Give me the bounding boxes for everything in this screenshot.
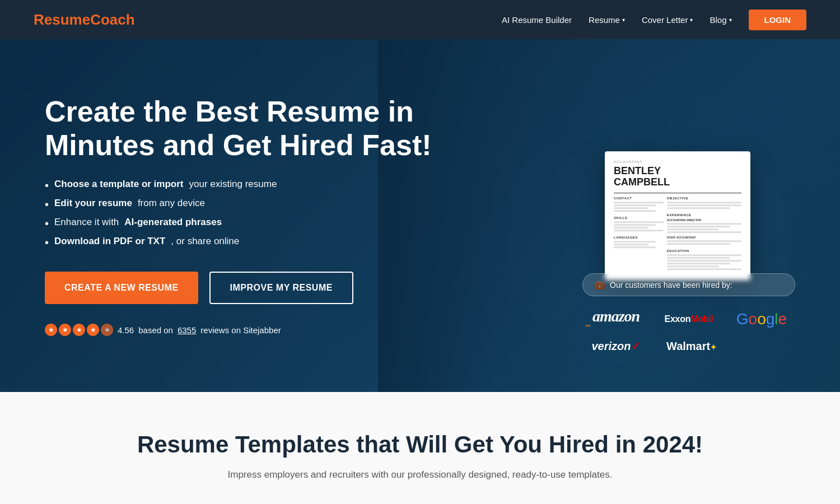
chevron-down-icon: ▾ <box>729 17 732 23</box>
hero-cta: CREATE A NEW RESUME IMPROVE MY RESUME <box>45 272 459 304</box>
hero-bullets: Choose a template or import your existin… <box>45 179 459 249</box>
hired-by-text: Our customers have been hired by: <box>610 281 732 290</box>
edu-line-3 <box>667 260 741 262</box>
chevron-down-icon: ▾ <box>690 17 693 23</box>
skill-line-2 <box>614 224 656 226</box>
templates-subtitle: Impress employers and recruiters with ou… <box>34 469 806 480</box>
contact-section: CONTACT <box>614 197 664 200</box>
languages-section: LANGUAGES <box>614 236 664 239</box>
obj-line-1 <box>667 202 741 203</box>
resume-grid: CONTACT SKILLS LANGUAGES <box>614 197 741 271</box>
hero-rating: ★ ★ ★ ★ ★ 4.56 based on 6355 reviews on … <box>45 324 459 336</box>
star-1: ★ <box>45 324 57 336</box>
skills-section: SKILLS <box>614 216 664 220</box>
star-4: ★ <box>87 324 99 336</box>
star-3: ★ <box>73 324 85 336</box>
chevron-down-icon: ▾ <box>622 17 625 23</box>
hero-title: Create the Best Resume in Minutes and Ge… <box>45 95 459 162</box>
edu-line-1 <box>667 254 741 256</box>
star-2: ★ <box>59 324 71 336</box>
skill-line-4 <box>614 230 664 231</box>
templates-title: Resume Templates that Will Get You Hired… <box>34 431 806 458</box>
nav-resume[interactable]: Resume ▾ <box>589 15 625 25</box>
bullet-2: Edit your resume from any device <box>45 198 459 211</box>
obj-line-3 <box>667 207 730 209</box>
bullet-3-bold: AI-generated phrases <box>124 217 222 228</box>
hired-by-section: 💼 Our customers have been hired by: amaz… <box>582 273 795 353</box>
contact-line-2 <box>614 204 656 206</box>
bullet-1-bold: Choose a template or import <box>54 179 183 190</box>
rating-text: reviews on Sitejabber <box>200 325 281 335</box>
skill-line-3 <box>614 227 648 228</box>
bullet-2-bold: Edit your resume <box>54 198 132 209</box>
exp-line-5 <box>667 240 741 242</box>
nav-blog[interactable]: Blog ▾ <box>710 15 731 25</box>
exp-line-6 <box>667 243 730 245</box>
rating-score: 4.56 <box>118 325 134 335</box>
bullet-3: Enhance it with AI-generated phrases <box>45 217 459 230</box>
resume-left-col: CONTACT SKILLS LANGUAGES <box>614 197 664 271</box>
star-rating: ★ ★ ★ ★ ★ <box>45 324 113 336</box>
walmart-logo: Walmart✦ <box>655 340 795 353</box>
experience-section: EXPERIENCE <box>667 213 741 217</box>
objective-section: OBJECTIVE <box>667 197 741 200</box>
briefcase-icon: 💼 <box>594 279 605 290</box>
login-button[interactable]: LOGIN <box>749 10 807 30</box>
star-5: ★ <box>101 324 113 336</box>
rating-count-link[interactable]: 6355 <box>178 325 196 335</box>
lang-line-1 <box>614 241 656 242</box>
verizon-logo: verizon✓ <box>582 339 650 353</box>
edu-line-5 <box>667 265 719 267</box>
bullet-3-pre: Enhance it with <box>54 217 119 228</box>
resume-name: BENTLEY CAMPBELL <box>614 166 741 188</box>
resume-first-name: BENTLEY <box>614 166 741 177</box>
obj-line-2 <box>667 204 741 206</box>
bullet-1-rest: your existing resume <box>189 179 277 190</box>
contact-line-4 <box>614 210 656 212</box>
lang-line-2 <box>614 244 648 245</box>
rating-based: based on <box>138 325 173 335</box>
bullet-4: Download in PDF or TXT , or share online <box>45 236 459 249</box>
resume-preview-card: ACCOUNTANT BENTLEY CAMPBELL CONTACT SKIL… <box>605 151 750 280</box>
google-logo: Google <box>728 310 795 328</box>
skill-line-1 <box>614 221 664 223</box>
edu-line-4 <box>667 263 730 264</box>
exxon-logo: ExxonMobil <box>655 314 722 324</box>
lang-line-3 <box>614 246 656 248</box>
bullet-4-bold: Download in PDF or TXT <box>54 236 165 247</box>
exp-line-4 <box>667 231 741 233</box>
logo-resume: Resume <box>34 11 90 28</box>
exp-line-2 <box>667 226 730 227</box>
exp-line-1 <box>667 223 741 225</box>
logo[interactable]: ResumeCoach <box>34 11 135 29</box>
resume-right-col: OBJECTIVE EXPERIENCE ACCOUNTING DIRECTOR… <box>667 197 741 271</box>
bullet-2-rest: from any device <box>138 198 205 209</box>
improve-resume-button[interactable]: IMPROVE MY RESUME <box>209 272 353 304</box>
resume-divider <box>614 193 741 193</box>
nav-ai-resume-builder[interactable]: AI Resume Builder <box>502 15 572 25</box>
contact-line-1 <box>614 202 664 203</box>
create-resume-button[interactable]: CREATE A NEW RESUME <box>45 272 198 304</box>
hero-content: Create the Best Resume in Minutes and Ge… <box>0 62 504 370</box>
nav-links: AI Resume Builder Resume ▾ Cover Letter … <box>502 10 806 30</box>
exp-title-1: ACCOUNTING DIRECTOR <box>667 218 741 222</box>
exp-line-3 <box>667 228 719 230</box>
resume-job-title: ACCOUNTANT <box>614 160 741 164</box>
edu-line-2 <box>667 257 730 259</box>
hired-by-badge: 💼 Our customers have been hired by: <box>582 273 795 296</box>
templates-section: Resume Templates that Will Get You Hired… <box>0 392 840 504</box>
bullet-1: Choose a template or import your existin… <box>45 179 459 192</box>
amazon-logo: amazon ~ <box>582 307 650 331</box>
navbar: ResumeCoach AI Resume Builder Resume ▾ C… <box>0 0 840 39</box>
contact-line-3 <box>614 207 648 209</box>
exp-title-2: STAFF ACCOUNTANT <box>667 236 741 239</box>
logo-coach: Coach <box>90 11 134 28</box>
bullet-4-rest: , or share online <box>171 236 239 247</box>
edu-line-6 <box>667 268 741 270</box>
hero-section: Create the Best Resume in Minutes and Ge… <box>0 39 840 392</box>
resume-last-name: CAMPBELL <box>614 177 741 188</box>
nav-cover-letter[interactable]: Cover Letter ▾ <box>642 15 693 25</box>
education-section: EDUCATION <box>667 249 741 253</box>
company-logos: amazon ~ ExxonMobil Google verizon✓ Walm… <box>582 307 795 353</box>
